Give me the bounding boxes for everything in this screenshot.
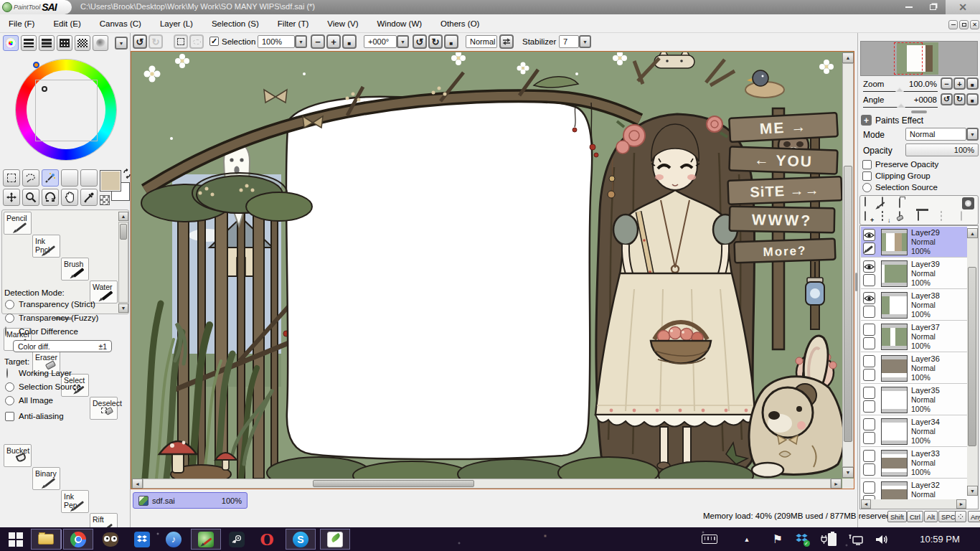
primary-color-swatch[interactable] xyxy=(100,170,121,192)
radio-transparency-strict[interactable] xyxy=(5,300,14,309)
tool-slot-empty-1[interactable] xyxy=(61,169,78,187)
tool-ink-pencil[interactable]: Ink Pncl xyxy=(32,235,60,258)
layer-list-scroll-right[interactable]: ► xyxy=(956,499,966,509)
tool-bucket[interactable]: Bucket xyxy=(4,444,32,467)
layer-visibility-toggle[interactable] xyxy=(863,260,875,273)
layer-list-vscroll-thumb[interactable] xyxy=(968,267,976,446)
nav-zoom-reset-button[interactable] xyxy=(966,77,979,90)
layer-row-layer39[interactable]: Layer39 Normal 100% xyxy=(861,258,967,289)
taskbar-dropbox-button[interactable] xyxy=(129,529,155,550)
touch-keyboard-icon[interactable] xyxy=(699,529,720,550)
rgb-slider-tab[interactable] xyxy=(21,35,37,51)
layer-visibility-toggle[interactable] xyxy=(863,387,875,399)
taskbar-chrome-button[interactable] xyxy=(63,529,93,550)
tool-grid-scrollbar[interactable] xyxy=(118,222,128,303)
rotate-canvas-tool[interactable] xyxy=(42,189,59,206)
zoom-combo[interactable]: 100% xyxy=(258,35,295,48)
layer-paint-indicator[interactable] xyxy=(863,274,875,286)
taskbar-itunes-button[interactable]: ♪ xyxy=(161,529,187,550)
action-center-flag-icon[interactable]: ⚑ xyxy=(769,529,786,550)
key-shift-button[interactable]: Shift xyxy=(887,511,907,522)
layer-visibility-toggle[interactable] xyxy=(863,418,875,430)
menu-item-layer[interactable]: Layer (L) xyxy=(160,19,193,28)
radio-working-layer[interactable] xyxy=(6,368,8,378)
canvas-hscroll-left[interactable]: ◄ xyxy=(132,479,143,489)
layer-mode-combo[interactable]: Normal xyxy=(905,128,966,141)
layer-opacity-slider[interactable]: 100% xyxy=(905,143,979,156)
merge-visible-button-disabled[interactable] xyxy=(941,212,942,220)
zoom-tool[interactable] xyxy=(22,189,39,206)
menu-item-window[interactable]: Window (W) xyxy=(377,19,422,28)
mdi-restore-button[interactable] xyxy=(959,20,969,29)
right-panel-grip[interactable] xyxy=(855,273,857,291)
nav-rotate-cw-button[interactable] xyxy=(953,93,966,105)
layer-paint-indicator[interactable] xyxy=(863,400,875,413)
layer-paint-indicator[interactable] xyxy=(863,242,875,255)
layer-list-scroll-up[interactable]: ▲ xyxy=(967,228,978,238)
layer-row-layer35[interactable]: Layer35 Normal 100% xyxy=(861,385,967,415)
layer-row-layer33[interactable]: Layer33 Normal 100% xyxy=(861,448,967,479)
zoom-out-button[interactable] xyxy=(311,34,325,49)
rotate-cw-button[interactable] xyxy=(428,34,443,49)
close-button[interactable]: ✕ xyxy=(946,0,980,14)
tool-pencil[interactable]: Pencil xyxy=(4,212,32,235)
merge-down-button[interactable]: ↓ xyxy=(882,212,883,220)
color-panel-dropdown[interactable] xyxy=(115,37,128,50)
layer-visibility-toggle[interactable] xyxy=(863,481,875,494)
navigator-resize-handle[interactable] xyxy=(911,110,927,113)
layer-paint-indicator[interactable] xyxy=(863,369,875,381)
layer-visibility-toggle[interactable] xyxy=(863,324,875,336)
restore-button[interactable] xyxy=(922,0,943,14)
taskbar-clock[interactable]: 10:59 PM xyxy=(905,529,974,550)
new-layer-button[interactable] xyxy=(864,197,866,206)
clipping-group-checkbox[interactable] xyxy=(862,171,872,181)
color-wheel-tab[interactable] xyxy=(3,35,19,51)
mdi-close-button[interactable]: ✕ xyxy=(970,20,979,29)
layer-visibility-toggle[interactable] xyxy=(863,229,875,241)
hsv-slider-tab[interactable] xyxy=(39,35,55,51)
hue-cursor[interactable] xyxy=(33,62,39,68)
menu-item-view[interactable]: View (V) xyxy=(327,19,358,28)
canvas-artwork[interactable]: ME → ← YOU SiTE →→ WWW? More? xyxy=(132,52,842,479)
layer-mode-dropdown[interactable] xyxy=(966,128,979,141)
rotate-reset-button[interactable] xyxy=(444,34,458,49)
mdi-minimize-button[interactable] xyxy=(948,20,958,29)
tool-deselect[interactable]: Deselect xyxy=(90,397,118,420)
document-tab[interactable]: sdf.sai 100% xyxy=(133,492,248,509)
radio-color-difference[interactable] xyxy=(5,326,6,336)
right-panel-divider[interactable] xyxy=(857,33,858,527)
layer-list-scroll-left[interactable]: ◄ xyxy=(861,499,871,509)
zoom-reset-button[interactable] xyxy=(342,34,357,49)
layer-mask-button[interactable] xyxy=(962,197,974,209)
angle-combo[interactable]: +000° xyxy=(364,35,397,48)
layer-row-layer34[interactable]: Layer34 Normal 100% xyxy=(861,416,967,447)
canvas-vscrollbar[interactable] xyxy=(842,63,854,467)
angle-slider-handle[interactable] xyxy=(897,103,905,108)
layer-paint-indicator[interactable] xyxy=(863,463,875,476)
canvas-hscroll-right[interactable]: ► xyxy=(831,479,842,489)
tool-slot-empty-2[interactable] xyxy=(80,169,98,187)
key-alt-button[interactable]: Alt xyxy=(924,511,938,522)
layer-row-layer38[interactable]: Layer38 Normal 100% xyxy=(861,290,967,321)
swatches-tab[interactable] xyxy=(75,35,90,51)
transparent-color-button[interactable] xyxy=(100,195,110,205)
key-ctrl-button[interactable]: Ctrl xyxy=(907,511,923,522)
start-button[interactable] xyxy=(3,529,29,550)
pan-mode-button[interactable] xyxy=(955,511,966,522)
layer-list-hscrollbar[interactable] xyxy=(871,499,956,509)
canvas-hscrollbar[interactable] xyxy=(143,479,831,489)
nav-rotate-reset-button[interactable] xyxy=(966,93,979,105)
zoom-slider-handle[interactable] xyxy=(895,87,904,92)
tool-ink-pen[interactable]: Ink Pen xyxy=(61,490,89,513)
tool-brush[interactable]: Brush xyxy=(61,258,89,281)
menu-item-selection[interactable]: Selection (S) xyxy=(212,19,259,28)
sv-cursor[interactable] xyxy=(42,86,47,92)
eyedropper-tool[interactable] xyxy=(80,189,98,206)
taskbar-steam-button[interactable] xyxy=(224,529,250,550)
new-set-button-disabled[interactable] xyxy=(961,212,962,220)
volume-icon[interactable] xyxy=(871,529,894,550)
navigator-view-rect[interactable] xyxy=(894,42,923,75)
anti-aliasing-checkbox[interactable] xyxy=(5,412,14,421)
tool-grid-scroll-thumb[interactable] xyxy=(120,224,127,240)
canvas-vscroll-up[interactable]: ▲ xyxy=(842,52,854,63)
